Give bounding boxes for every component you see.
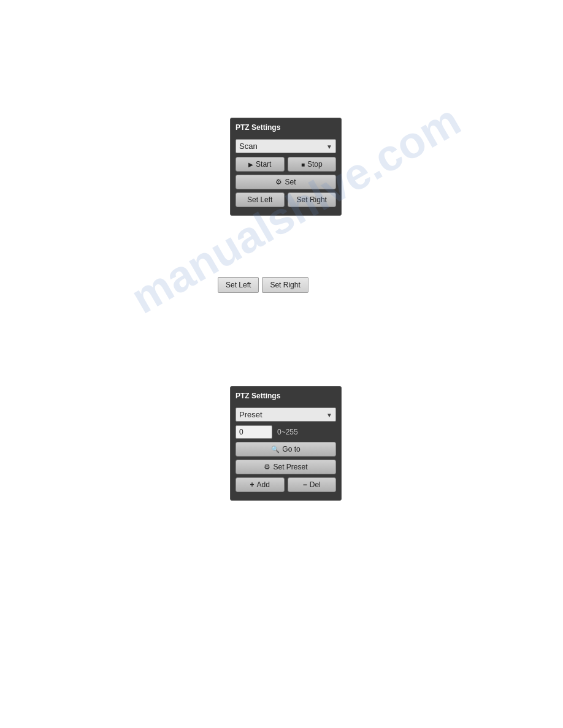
set-right-label-1: Set Right: [297, 195, 327, 204]
preset-input-row: 0~255: [236, 425, 336, 439]
stop-label: Stop: [307, 160, 323, 169]
start-button[interactable]: Start: [236, 157, 285, 172]
scan-dropdown-wrapper[interactable]: Scan Preset Tour Pattern: [236, 139, 336, 153]
ptz-scan-panel: PTZ Settings Scan Preset Tour Pattern St…: [230, 118, 342, 216]
set-left-button-1[interactable]: Set Left: [236, 192, 285, 207]
goto-label: Go to: [282, 445, 300, 453]
set-left-label-1: Set Left: [247, 195, 272, 204]
start-label: Start: [256, 160, 271, 169]
goto-button[interactable]: Go to: [236, 442, 336, 457]
preset-dropdown-wrapper[interactable]: Scan Preset Tour Pattern: [236, 408, 336, 422]
play-icon: [248, 161, 253, 168]
standalone-set-right-button[interactable]: Set Right: [262, 277, 308, 293]
set-lr-row: Set Left Set Right: [236, 192, 336, 207]
plus-icon: [250, 480, 255, 489]
standalone-set-lr-row: Set Left Set Right: [218, 277, 308, 293]
set-label: Set: [285, 178, 296, 186]
preset-dropdown[interactable]: Scan Preset Tour Pattern: [236, 408, 336, 422]
set-button[interactable]: Set: [236, 175, 336, 189]
minus-icon: [303, 480, 307, 489]
del-button[interactable]: Del: [288, 477, 337, 492]
preset-range-label: 0~255: [277, 428, 298, 436]
standalone-set-left-label: Set Left: [226, 281, 251, 289]
start-stop-row: Start Stop: [236, 157, 336, 172]
standalone-set-left-button[interactable]: Set Left: [218, 277, 259, 293]
del-label: Del: [310, 480, 321, 489]
set-right-button-1[interactable]: Set Right: [288, 192, 337, 207]
ptz-preset-panel: PTZ Settings Scan Preset Tour Pattern 0~…: [230, 386, 342, 501]
standalone-set-right-label: Set Right: [270, 281, 300, 289]
set-preset-gear-icon: [264, 463, 270, 471]
scan-dropdown[interactable]: Scan Preset Tour Pattern: [236, 139, 336, 153]
set-preset-button[interactable]: Set Preset: [236, 460, 336, 474]
stop-button[interactable]: Stop: [288, 157, 337, 172]
stop-icon: [301, 161, 305, 168]
search-icon: [271, 445, 280, 453]
ptz-scan-title: PTZ Settings: [236, 123, 336, 134]
preset-number-input[interactable]: [236, 425, 272, 439]
set-preset-label: Set Preset: [273, 463, 307, 471]
ptz-preset-title: PTZ Settings: [236, 392, 336, 403]
add-del-row: Add Del: [236, 477, 336, 492]
gear-icon: [275, 178, 282, 186]
add-button[interactable]: Add: [236, 477, 285, 492]
add-label: Add: [257, 480, 270, 489]
